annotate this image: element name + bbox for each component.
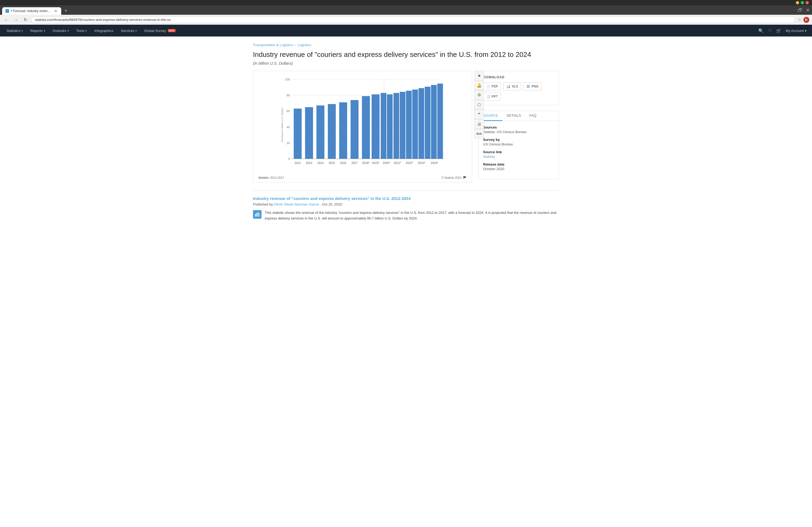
url-text: statista.com/forecasts/884978/couriers-a… xyxy=(35,18,171,22)
bar-2018 xyxy=(362,96,370,159)
desc-author: Published by Oliver Silveti Sánchez Garc… xyxy=(253,202,559,206)
desc-title: Industry revenue of "couriers and expres… xyxy=(253,196,559,201)
ppt-label: PPT xyxy=(492,95,498,99)
window-close-button[interactable]: ✕ xyxy=(806,7,810,13)
svg-text:0: 0 xyxy=(288,157,290,161)
svg-text:2017: 2017 xyxy=(351,161,358,165)
download-xls-button[interactable]: 📊 XLS xyxy=(503,82,521,90)
tab-details[interactable]: DETAILS xyxy=(503,111,525,121)
desc-body: This statistic shows the revenue of the … xyxy=(253,210,559,221)
details-value: 2012-2017 xyxy=(270,176,284,179)
author-link[interactable]: Oliver Silveti Sánchez Garcia xyxy=(274,202,319,206)
release-date-label: Release date xyxy=(483,162,554,166)
svg-text:2018*: 2018* xyxy=(362,161,370,165)
nav-reports[interactable]: Reports ▾ xyxy=(29,29,46,33)
restore-button[interactable]: 🗗 xyxy=(798,7,802,13)
statista-link[interactable]: Statista xyxy=(483,154,495,159)
bar-2024b xyxy=(437,84,443,159)
svg-text:2016: 2016 xyxy=(340,161,346,165)
page-title: Industry revenue of "couriers and expres… xyxy=(253,50,559,59)
search-icon[interactable]: 🔍 xyxy=(758,28,764,33)
nav-global-survey[interactable]: Global Survey NEW xyxy=(143,29,177,33)
cite-icon-btn[interactable]: ❝ xyxy=(474,109,484,119)
nav-tools[interactable]: Tools ▾ xyxy=(75,29,88,33)
cart-icon[interactable]: 🛒 xyxy=(776,28,781,33)
download-png-button[interactable]: 🖼 PNG xyxy=(523,82,541,90)
favorite-icon-btn[interactable]: ★ xyxy=(474,71,484,80)
svg-text:80: 80 xyxy=(287,93,290,97)
bar-2021b xyxy=(400,92,405,159)
bar-2019 xyxy=(372,94,380,159)
svg-text:2019*: 2019* xyxy=(372,161,379,165)
pdf-icon: 📄 xyxy=(486,84,490,89)
chart-details-text: Details: 2012-2017 xyxy=(259,176,284,179)
nav-infographics[interactable]: Infographics xyxy=(93,29,114,33)
window-controls xyxy=(796,1,809,4)
flag-icon: 🏴 xyxy=(463,176,466,180)
svg-rect-31 xyxy=(259,213,260,216)
minimize-button[interactable] xyxy=(796,1,799,4)
reload-button[interactable]: ↻ xyxy=(22,17,29,23)
download-buttons: 📄 PDF 📊 XLS 🖼 PNG 📑 PPT xyxy=(483,82,554,101)
svg-text:2023*: 2023* xyxy=(418,161,425,165)
bar-2023b xyxy=(425,87,431,159)
statista-logo-icon xyxy=(253,210,262,219)
my-account-button[interactable]: My Account ▾ xyxy=(786,29,807,33)
svg-rect-30 xyxy=(258,212,259,216)
active-tab[interactable]: • Forecast: Industry revenue of ... ✕ xyxy=(2,7,61,15)
bar-2023a xyxy=(419,88,424,159)
download-pdf-button[interactable]: 📄 PDF xyxy=(483,82,501,90)
page-content: Transportation & Logistics › Logistics I… xyxy=(245,36,567,228)
release-date-value: October 2020 xyxy=(483,167,554,171)
svg-rect-29 xyxy=(257,213,257,216)
chart-action-icons: ★ 🔔 ⚙ ⬡ ❝ 🖨 Ask xyxy=(474,71,484,138)
settings-icon-btn[interactable]: ⚙ xyxy=(474,90,484,100)
bar-2013 xyxy=(305,107,313,159)
nav-statistics[interactable]: Statistics ▾ xyxy=(5,29,24,33)
right-panel: DOWNLOAD 📄 PDF 📊 XLS 🖼 PNG xyxy=(478,71,559,179)
address-bar[interactable]: statista.com/forecasts/884978/couriers-a… xyxy=(31,16,795,23)
forward-button[interactable]: → xyxy=(12,17,20,23)
bookmark-nav-icon[interactable]: ♡ xyxy=(768,28,772,33)
page-subtitle: (in billion U.S. Dollars) xyxy=(253,61,559,65)
profile-icon[interactable]: K xyxy=(803,17,809,23)
tabs-header: SOURCE DETAILS FAQ xyxy=(479,111,559,121)
print-icon-btn[interactable]: 🖨 xyxy=(474,119,484,129)
breadcrumb-transport-link[interactable]: Transportation & Logistics xyxy=(253,43,293,47)
back-button[interactable]: ← xyxy=(3,17,10,23)
tab-bar: • Forecast: Industry revenue of ... ✕ + … xyxy=(0,5,812,15)
tab-faq[interactable]: FAQ xyxy=(525,111,541,121)
close-button[interactable] xyxy=(806,1,809,4)
new-tab-button[interactable]: + xyxy=(62,7,70,15)
breadcrumb-logistics-link[interactable]: Logistics xyxy=(298,43,311,47)
svg-text:2014: 2014 xyxy=(317,161,324,165)
bar-2024a xyxy=(431,85,437,159)
chart-section: 100 80 60 40 20 0 Revenue in billion U.S… xyxy=(253,71,472,182)
svg-text:2015: 2015 xyxy=(329,161,335,165)
tab-title: • Forecast: Industry revenue of ... xyxy=(11,9,52,13)
pdf-label: PDF xyxy=(492,85,498,88)
share-icon-btn[interactable]: ⬡ xyxy=(474,100,484,109)
ask-btn[interactable]: Ask xyxy=(474,129,484,138)
ppt-icon: 📑 xyxy=(486,94,490,99)
description-section: Industry revenue of "couriers and expres… xyxy=(253,191,559,221)
chevron-icon: ▾ xyxy=(805,29,807,33)
sources-row: Sources Statista: US Census Bureau xyxy=(483,125,554,134)
chart-copyright: © Statista 2021 🏴 xyxy=(441,176,466,180)
nav-services[interactable]: Services ▾ xyxy=(120,29,138,33)
tab-close-button[interactable]: ✕ xyxy=(54,9,58,13)
bar-chart: 100 80 60 40 20 0 Revenue in billion U.S… xyxy=(259,76,466,173)
bookmark-icon[interactable]: ☆ xyxy=(798,17,801,22)
maximize-button[interactable] xyxy=(801,1,804,4)
download-ppt-button[interactable]: 📑 PPT xyxy=(483,93,501,101)
svg-text:Revenue in billion U.S. Dollar: Revenue in billion U.S. Dollars xyxy=(280,107,284,142)
bar-2012 xyxy=(294,108,302,159)
chevron-icon: ▾ xyxy=(135,29,137,32)
png-label: PNG xyxy=(532,85,539,88)
nav-outlooks[interactable]: Outlooks ▾ xyxy=(52,29,70,33)
svg-text:20: 20 xyxy=(287,141,290,145)
bar-2020a xyxy=(381,93,387,159)
chevron-icon: ▾ xyxy=(21,29,23,32)
source-link-row: Source link Statista xyxy=(483,150,554,159)
alert-icon-btn[interactable]: 🔔 xyxy=(474,80,484,90)
